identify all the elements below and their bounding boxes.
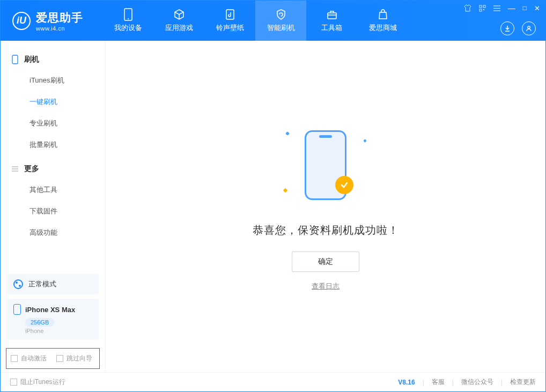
- main-content: 恭喜您，保资料刷机成功啦！ 确定 查看日志: [106, 41, 545, 372]
- device-card[interactable]: iPhone XS Max 256GB iPhone: [7, 299, 99, 339]
- success-message: 恭喜您，保资料刷机成功啦！: [253, 223, 399, 238]
- storage-badge: 256GB: [25, 318, 54, 327]
- checkbox-label: 跳过向导: [67, 354, 92, 363]
- download-icon: [504, 25, 511, 32]
- nav-my-device[interactable]: 我的设备: [102, 1, 153, 41]
- menu-icon[interactable]: [493, 5, 500, 11]
- svg-point-11: [528, 26, 530, 28]
- sidebar-section-flash: 刷机 iTunes刷机 一键刷机 专业刷机 批量刷机: [1, 49, 105, 159]
- qr-icon[interactable]: [479, 5, 486, 12]
- footer-link-update[interactable]: 检查更新: [510, 378, 536, 387]
- ok-button[interactable]: 确定: [292, 252, 359, 272]
- logo-badge: iU: [12, 12, 31, 30]
- maximize-button[interactable]: □: [523, 4, 527, 12]
- sidebar-header-flash[interactable]: 刷机: [1, 49, 105, 70]
- sidebar: 刷机 iTunes刷机 一键刷机 专业刷机 批量刷机 更多 其他工具 下载固件 …: [1, 41, 106, 372]
- nav-label: 智能刷机: [267, 23, 295, 33]
- close-button[interactable]: ✕: [534, 4, 540, 12]
- checkbox-box: [11, 355, 18, 362]
- svg-rect-4: [479, 5, 482, 8]
- phone-outline-icon: [11, 55, 19, 64]
- header-actions: [500, 21, 536, 35]
- mode-card[interactable]: 正常模式: [7, 274, 99, 294]
- view-log-link[interactable]: 查看日志: [312, 282, 340, 291]
- bag-icon: [377, 9, 389, 20]
- section-title: 刷机: [24, 55, 39, 64]
- main-nav: 我的设备 应用游戏 铃声壁纸 智能刷机 工具箱 爱思商城: [102, 1, 408, 41]
- nav-label: 应用游戏: [165, 23, 193, 33]
- cube-icon: [173, 9, 185, 20]
- device-name-label: iPhone XS Max: [25, 306, 75, 314]
- sidebar-item-oneclick-flash[interactable]: 一键刷机: [1, 91, 105, 113]
- nav-toolbox[interactable]: 工具箱: [306, 1, 357, 41]
- device-type-label: iPhone: [25, 328, 92, 334]
- sidebar-header-more[interactable]: 更多: [1, 159, 105, 179]
- user-button[interactable]: [522, 21, 536, 35]
- footer-link-support[interactable]: 客服: [432, 378, 445, 387]
- svg-rect-7: [483, 9, 484, 10]
- refresh-shield-icon: [275, 9, 287, 20]
- svg-rect-5: [483, 5, 485, 8]
- nav-label: 我的设备: [114, 23, 142, 33]
- sparkle-icon: [283, 188, 287, 192]
- minimize-button[interactable]: —: [508, 4, 515, 12]
- toolbox-icon: [326, 9, 338, 20]
- svg-rect-12: [12, 55, 18, 64]
- nav-smart-flash[interactable]: 智能刷机: [255, 1, 306, 41]
- app-url: www.i4.cn: [36, 25, 83, 32]
- music-file-icon: [224, 9, 236, 20]
- mode-icon: [13, 279, 23, 289]
- window-controls: — □ ✕: [464, 4, 540, 12]
- download-button[interactable]: [500, 21, 514, 35]
- skip-guide-checkbox[interactable]: 跳过向导: [56, 354, 92, 363]
- app-name: 爱思助手: [36, 10, 83, 25]
- phone-mini-icon: [13, 304, 21, 315]
- app-logo: iU 爱思助手 www.i4.cn: [1, 1, 102, 41]
- nav-label: 爱思商城: [369, 23, 397, 33]
- sidebar-section-more: 更多 其他工具 下载固件 高级功能: [1, 159, 105, 247]
- sidebar-item-pro-flash[interactable]: 专业刷机: [1, 113, 105, 134]
- menu-lines-icon: [11, 166, 19, 172]
- flash-options-row: 自动激活 跳过向导: [6, 348, 100, 369]
- footer-link-wechat[interactable]: 微信公众号: [461, 378, 493, 387]
- sidebar-item-other-tools[interactable]: 其他工具: [1, 179, 105, 201]
- section-title: 更多: [24, 164, 39, 174]
- checkbox-box: [10, 379, 17, 386]
- mode-label: 正常模式: [28, 279, 56, 289]
- sparkle-icon: [363, 138, 367, 142]
- nav-store[interactable]: 爱思商城: [357, 1, 408, 41]
- checkbox-label: 自动激活: [21, 354, 47, 363]
- version-label: V8.16: [398, 379, 415, 386]
- nav-apps-games[interactable]: 应用游戏: [153, 1, 204, 41]
- device-icon: [122, 9, 134, 20]
- sidebar-item-advanced[interactable]: 高级功能: [1, 222, 105, 243]
- sidebar-item-itunes-flash[interactable]: iTunes刷机: [1, 70, 105, 91]
- sparkle-icon: [285, 131, 290, 135]
- svg-rect-6: [479, 9, 482, 11]
- checkbox-label: 阻止iTunes运行: [20, 378, 65, 387]
- nav-ringtones[interactable]: 铃声壁纸: [204, 1, 255, 41]
- svg-rect-2: [226, 10, 234, 19]
- checkbox-box: [56, 355, 63, 362]
- footer: 阻止iTunes运行 V8.16 | 客服 | 微信公众号 | 检查更新: [1, 372, 545, 391]
- sidebar-item-batch-flash[interactable]: 批量刷机: [1, 134, 105, 156]
- svg-point-1: [128, 18, 129, 19]
- nav-label: 工具箱: [321, 23, 342, 33]
- sidebar-item-download-firmware[interactable]: 下载固件: [1, 201, 105, 222]
- svg-rect-3: [328, 13, 336, 19]
- app-header: iU 爱思助手 www.i4.cn 我的设备 应用游戏 铃声壁纸 智能刷机 工具…: [1, 1, 545, 41]
- user-icon: [526, 25, 532, 32]
- block-itunes-checkbox[interactable]: 阻止iTunes运行: [10, 378, 65, 387]
- auto-activate-checkbox[interactable]: 自动激活: [11, 354, 47, 363]
- success-check-icon: [335, 176, 353, 194]
- nav-label: 铃声壁纸: [216, 23, 244, 33]
- tshirt-icon[interactable]: [464, 4, 471, 12]
- success-illustration: [283, 122, 368, 208]
